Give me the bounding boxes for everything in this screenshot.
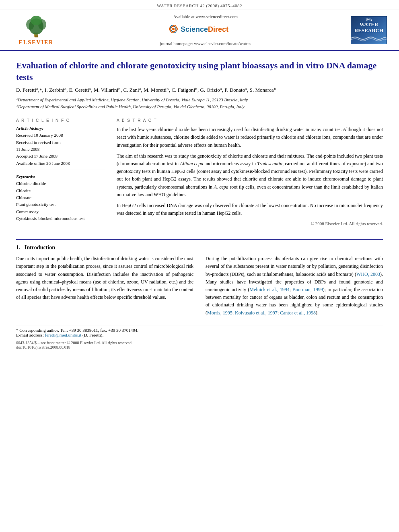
article-info-abstract: A R T I C L E I N F O Article history: R… [16,118,383,226]
affiliation-a: ᵃDepartment of Experimental and Applied … [16,97,383,103]
elsevier-wordmark: ELSEVIER [19,39,54,46]
corresponding-author-note: * Corresponding author. Tel.: +39 30 383… [16,328,383,333]
ref-melnick: Melnick et al., 1994 [249,287,289,292]
ref-koivusalo: Koivusalo et al., 1997 [235,310,278,316]
copyright-text: © 2008 Elsevier Ltd. All rights reserved… [117,221,383,226]
keyword-2: Chlorite [16,188,105,194]
email-note: E-mail address: feretti@med.unibs.it (D.… [16,333,383,337]
abstract-para-3: In HepG2 cells increased DNA damage was … [117,202,383,217]
elsevier-logo: ELSEVIER [12,14,60,46]
elsevier-tree-icon [20,14,52,39]
authors-line: D. Ferettiᵃ,*, I. Zerbiniᵃ, E. Cerettiᵃ,… [16,87,383,93]
abstract-para-1: In the last few years chlorine dioxide h… [117,126,383,149]
intro-col-2: During the potabilization process disinf… [206,255,383,317]
received-date: Received 10 January 2008 [16,132,105,138]
abstract-column: A B S T R A C T In the last few years ch… [117,118,383,226]
keyword-3: Chlorate [16,195,105,201]
affiliation-b: ᵇDepartment of Medical-Surgical Speciali… [16,103,383,110]
keyword-6: Cytokinesis-blocked micronucleus test [16,216,105,222]
page: WATER RESEARCH 42 (2008) 4075–4082 ELSEV… [0,0,399,532]
journal-reference: WATER RESEARCH 42 (2008) 4075–4082 [157,3,242,8]
sciencedirect-logo: ScienceDirect [165,22,246,38]
main-content: Evaluation of chlorite and chlorate geno… [0,51,399,234]
available-at-text: Available at www.sciencedirect.com [60,14,351,19]
article-info-column: A R T I C L E I N F O Article history: R… [16,118,105,226]
sciencedirect-icon: ScienceDirect [165,22,246,36]
article-history-label: Article history: [16,126,105,131]
introduction-title: 1. Introduction [16,244,383,251]
info-divider [16,170,105,170]
svg-point-9 [172,28,175,30]
svg-rect-5 [35,35,38,37]
email-link[interactable]: feretti@med.unibs.it [45,333,81,337]
keyword-5: Comet assay [16,209,105,215]
available-online-date: Available online 26 June 2008 [16,160,105,166]
journal-header: ELSEVIER Available at www.sciencedirect.… [0,10,399,51]
received-revised-label: Received in revised form [16,140,105,146]
ref-morris: Morris, 1995 [207,310,232,316]
footer-info: 0043-1354/$ – see front matter © 2008 El… [0,341,399,349]
keyword-4: Plant genotoxicity test [16,201,105,207]
introduction-section: 1. Introduction Due to its impact on pub… [0,244,399,317]
article-info-heading: A R T I C L E I N F O [16,118,105,123]
footer-line-1: 0043-1354/$ – see front matter © 2008 El… [16,341,383,345]
accepted-date: Accepted 17 June 2008 [16,153,105,159]
ref-boorman: Boorman, 1999 [292,287,323,292]
keyword-1: Chlorine dioxide [16,181,105,187]
svg-text:ScienceDirect: ScienceDirect [181,25,228,33]
header-divider [16,114,383,114]
received-revised-date: 11 June 2008 [16,146,105,152]
keywords-label: Keywords: [16,174,105,179]
footer-line-2: doi:10.1016/j.watres.2008.06.018 [16,345,383,349]
iwa-label: IWA [366,18,372,22]
intro-para-2: During the potabilization process disinf… [206,255,383,317]
article-title: Evaluation of chlorite and chlorate geno… [16,60,383,83]
journal-reference-bar: WATER RESEARCH 42 (2008) 4075–4082 [0,0,399,10]
ref-cantor: Cantor et al., 1998 [280,310,316,316]
water-waves-icon [351,35,387,42]
affiliations: ᵃDepartment of Experimental and Applied … [16,97,383,110]
intro-para-1: Due to its impact on public health, the … [16,255,193,301]
authors-text: D. Ferettiᵃ,*, I. Zerbiniᵃ, E. Cerettiᵃ,… [16,87,276,93]
ref-who-2003: WHO, 2003 [356,271,380,277]
svg-point-4 [31,16,42,25]
introduction-body: Due to its impact on public health, the … [16,255,383,317]
water-research-badge: IWA WATER RESEARCH [351,16,387,44]
section-number: 1. [16,244,21,251]
abstract-para-2: The aim of this research was to study th… [117,152,383,199]
section-title-text: Introduction [25,244,55,251]
section-divider [16,239,383,240]
journal-homepage-text: journal homepage: www.elsevier.com/locat… [60,41,351,46]
sciencedirect-header: Available at www.sciencedirect.com Scien… [60,14,351,46]
intro-col-1: Due to its impact on public health, the … [16,255,193,317]
water-research-title: WATER RESEARCH [351,22,387,33]
abstract-heading: A B S T R A C T [117,118,383,123]
footnote-section: * Corresponding author. Tel.: +39 30 383… [16,325,383,337]
abstract-text: In the last few years chlorine dioxide h… [117,126,383,217]
